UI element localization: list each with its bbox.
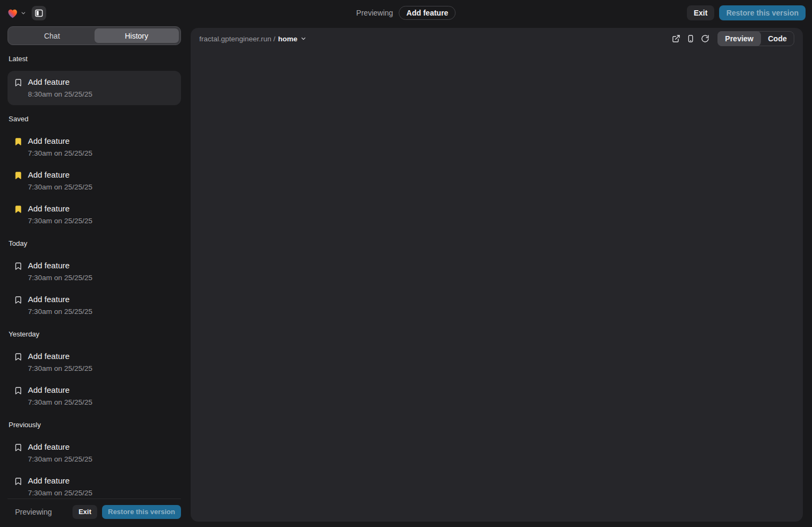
history-item-title: Add feature	[28, 475, 92, 487]
app-logo-menu[interactable]	[6, 7, 26, 19]
history-item-text: Add feature 7:30am on 25/25/25	[28, 475, 92, 495]
main-layout: Chat History Latest Add feature 8:30am o…	[0, 26, 812, 527]
bookmark-outline-icon	[14, 296, 23, 304]
history-item-timestamp: 7:30am on 25/25/25	[28, 488, 92, 495]
history-section-title: Latest	[8, 55, 181, 63]
history-item-text: Add feature 7:30am on 25/25/25	[28, 203, 92, 226]
history-item-timestamp: 7:30am on 25/25/25	[28, 397, 92, 408]
topbar: Previewing Add feature Exit Restore this…	[0, 0, 812, 26]
chevron-down-icon	[300, 35, 307, 42]
bookmark-filled-icon	[14, 137, 23, 146]
history-item-timestamp: 7:30am on 25/25/25	[28, 148, 92, 159]
tab-history[interactable]: History	[95, 28, 179, 43]
bookmark-outline-icon	[14, 386, 23, 395]
toggle-preview-button[interactable]: Preview	[717, 31, 761, 46]
history-sidebar: Chat History Latest Add feature 8:30am o…	[8, 26, 181, 527]
sidebar-toggle-button[interactable]	[32, 6, 46, 20]
lovable-heart-icon	[6, 7, 19, 19]
history-item[interactable]: Add feature 7:30am on 25/25/25	[8, 381, 181, 411]
preview-url-page: home	[278, 35, 298, 43]
preview-url-prefix: fractal.gptengineer.run /	[199, 35, 276, 43]
preview-code-toggle: Preview Code	[717, 31, 794, 46]
mobile-view-button[interactable]	[683, 32, 698, 46]
tab-chat[interactable]: Chat	[10, 28, 95, 43]
toggle-code-button[interactable]: Code	[760, 31, 794, 46]
sidebar-footer: Previewing Exit Restore this version	[8, 499, 181, 527]
topbar-left	[6, 6, 46, 20]
history-item-text: Add feature 7:30am on 25/25/25	[28, 294, 92, 317]
history-item-text: Add feature 7:30am on 25/25/25	[28, 441, 92, 465]
history-item-title: Add feature	[28, 169, 92, 181]
history-item-text: Add feature 8:30am on 25/25/25	[28, 76, 92, 100]
refresh-icon	[701, 34, 709, 43]
history-item[interactable]: Add feature 7:30am on 25/25/25	[8, 257, 181, 287]
history-section-title: Previously	[8, 421, 181, 429]
history-item[interactable]: Add feature 7:30am on 25/25/25	[8, 200, 181, 230]
history-item[interactable]: Add feature 7:30am on 25/25/25	[8, 166, 181, 196]
exit-button[interactable]: Exit	[687, 5, 715, 20]
preview-header-actions: Preview Code	[669, 31, 794, 46]
history-item-timestamp: 8:30am on 25/25/25	[28, 89, 92, 100]
bookmark-outline-icon	[14, 353, 23, 361]
history-section-title: Today	[8, 239, 181, 248]
history-item-timestamp: 7:30am on 25/25/25	[28, 273, 92, 283]
history-item-text: Add feature 7:30am on 25/25/25	[28, 384, 92, 408]
bookmark-outline-icon	[14, 262, 23, 270]
history-item[interactable]: Add feature 7:30am on 25/25/25	[8, 290, 181, 320]
history-item-timestamp: 7:30am on 25/25/25	[28, 182, 92, 193]
chevron-down-icon	[20, 10, 26, 16]
history-item[interactable]: Add feature 7:30am on 25/25/25	[8, 438, 181, 468]
history-item-text: Add feature 7:30am on 25/25/25	[28, 135, 92, 159]
bookmark-outline-icon	[14, 477, 23, 486]
history-item-title: Add feature	[28, 76, 92, 88]
history-item[interactable]: Add feature 7:30am on 25/25/25	[8, 347, 181, 377]
history-item[interactable]: Add feature 7:30am on 25/25/25	[8, 132, 181, 162]
footer-previewing-label: Previewing	[15, 508, 52, 516]
history-item[interactable]: Add feature 7:30am on 25/25/25	[8, 472, 181, 495]
refresh-button[interactable]	[698, 32, 712, 46]
preview-viewport[interactable]	[191, 49, 803, 522]
bookmark-outline-icon	[14, 78, 23, 87]
history-item-text: Add feature 7:30am on 25/25/25	[28, 350, 92, 374]
history-item-title: Add feature	[28, 350, 92, 362]
history-section-title: Yesterday	[8, 330, 181, 339]
history-item-timestamp: 7:30am on 25/25/25	[28, 454, 92, 465]
history-item-title: Add feature	[28, 441, 92, 453]
history-item-title: Add feature	[28, 384, 92, 396]
history-item-timestamp: 7:30am on 25/25/25	[28, 306, 92, 317]
footer-restore-version-button[interactable]: Restore this version	[102, 505, 181, 519]
preview-panel: fractal.gptengineer.run / home	[191, 28, 803, 522]
open-in-new-tab-button[interactable]	[669, 32, 683, 46]
history-item-text: Add feature 7:30am on 25/25/25	[28, 169, 92, 193]
preview-panel-header: fractal.gptengineer.run / home	[191, 28, 803, 49]
version-badge[interactable]: Add feature	[399, 6, 456, 20]
history-item-timestamp: 7:30am on 25/25/25	[28, 363, 92, 374]
restore-version-button[interactable]: Restore this version	[719, 5, 806, 20]
history-list[interactable]: Latest Add feature 8:30am on 25/25/25 Sa…	[8, 45, 181, 495]
history-item-title: Add feature	[28, 135, 92, 147]
history-section-title: Saved	[8, 115, 181, 123]
history-item-title: Add feature	[28, 294, 92, 305]
history-item-text: Add feature 7:30am on 25/25/25	[28, 260, 92, 283]
bookmark-filled-icon	[14, 205, 23, 214]
bookmark-filled-icon	[14, 171, 23, 180]
history-item-timestamp: 7:30am on 25/25/25	[28, 216, 92, 226]
sidebar-tabs: Chat History	[8, 26, 181, 45]
footer-exit-button[interactable]: Exit	[73, 505, 97, 519]
bookmark-outline-icon	[14, 443, 23, 452]
history-item-title: Add feature	[28, 260, 92, 272]
topbar-status: Previewing Add feature	[356, 0, 455, 26]
smartphone-icon	[686, 34, 695, 43]
history-item-title: Add feature	[28, 203, 92, 215]
history-item[interactable]: Add feature 8:30am on 25/25/25	[8, 71, 181, 105]
topbar-actions: Exit Restore this version	[687, 5, 806, 20]
external-link-icon	[672, 34, 680, 43]
previewing-label: Previewing	[356, 9, 393, 17]
preview-url-selector[interactable]: fractal.gptengineer.run / home	[199, 35, 307, 43]
panel-left-icon	[34, 9, 44, 18]
